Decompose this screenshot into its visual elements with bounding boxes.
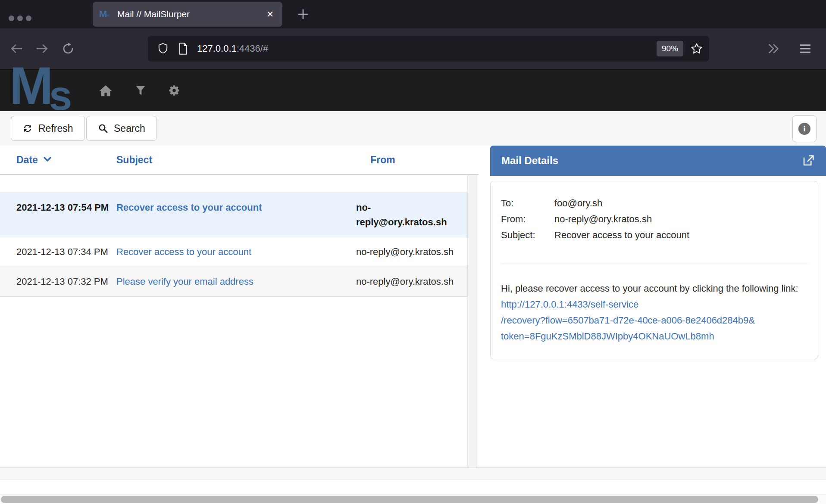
search-button[interactable]: Search: [86, 116, 157, 141]
url-bar[interactable]: 127.0.0.1:4436/# 90%: [148, 36, 709, 62]
card-divider: [501, 264, 807, 264]
mail-details-header: Mail Details: [490, 146, 826, 176]
browser-tab[interactable]: Ms Mail // MailSlurper ✕: [93, 2, 282, 27]
cell-date: 2021-12-13 07:32 PM: [16, 274, 116, 289]
tab-close-icon[interactable]: ✕: [266, 9, 274, 19]
horizontal-scrollbar-track[interactable]: [0, 494, 826, 504]
home-icon[interactable]: [99, 84, 113, 97]
mailslurper-favicon-icon: Ms: [99, 9, 112, 20]
mail-body-text: Hi, please recover access to your accoun…: [501, 283, 798, 294]
logo-m: M: [9, 56, 52, 115]
forward-icon[interactable]: [35, 42, 49, 56]
search-icon: [98, 123, 108, 134]
window-control-dot[interactable]: [26, 16, 31, 21]
meta-from: From: no-reply@ory.kratos.sh: [501, 211, 807, 227]
refresh-button[interactable]: Refresh: [11, 116, 85, 141]
search-label: Search: [114, 123, 145, 134]
footer-strip-white: [0, 480, 826, 494]
new-tab-button[interactable]: [296, 7, 310, 22]
meta-to: To: foo@ory.sh: [501, 195, 807, 211]
shield-icon[interactable]: [157, 42, 169, 55]
from-label: From:: [501, 211, 554, 227]
mail-body: Hi, please recover access to your accoun…: [501, 280, 805, 344]
mail-list-header: Date Subject From: [0, 146, 479, 175]
overflow-chevrons-icon[interactable]: [767, 43, 780, 54]
zoom-level-badge[interactable]: 90%: [657, 41, 683, 56]
column-header-date[interactable]: Date: [16, 154, 116, 166]
mail-details-card: To: foo@ory.sh From: no-reply@ory.kratos…: [490, 181, 818, 359]
back-icon[interactable]: [9, 42, 23, 56]
mail-details-panel: Mail Details To: foo@ory.sh From: no-rep…: [479, 146, 826, 467]
mail-rows: 2021-12-13 07:54 PM Recover access to yo…: [0, 193, 467, 297]
window-control-dot[interactable]: [17, 16, 23, 21]
sort-desc-chevron-icon: [43, 156, 52, 163]
cell-date: 2021-12-13 07:54 PM: [16, 200, 116, 230]
mail-subject-link[interactable]: Recover access to your account: [116, 202, 262, 213]
settings-gear-icon[interactable]: [168, 84, 181, 97]
table-row[interactable]: 2021-12-13 07:34 PM Recover access to yo…: [0, 237, 467, 267]
meta-subject: Subject: Recover access to your account: [501, 227, 807, 243]
window-controls[interactable]: [9, 16, 31, 21]
cell-from: no-reply@ory.kratos.sh: [356, 274, 456, 289]
list-scrollbar-track[interactable]: [467, 175, 477, 467]
from-value: no-reply@ory.kratos.sh: [554, 211, 652, 227]
info-icon: i: [798, 123, 810, 135]
subject-label: Subject:: [501, 227, 554, 243]
app-toolbar: Refresh Search i: [0, 111, 826, 146]
screen: Ms Mail // MailSlurper ✕ 127.0.0.1:4436/…: [0, 0, 826, 504]
reload-icon[interactable]: [61, 42, 75, 56]
bookmark-star-icon[interactable]: [690, 42, 703, 55]
to-value: foo@ory.sh: [554, 195, 602, 211]
mail-list-panel: Date Subject From 2021-12-13 07:54 PM Re…: [0, 146, 479, 467]
mail-subject-link[interactable]: Please verify your email address: [116, 276, 253, 287]
tab-title: Mail // MailSlurper: [117, 9, 261, 19]
filter-icon[interactable]: [135, 84, 146, 96]
mail-details-title: Mail Details: [501, 155, 802, 167]
page-info-icon[interactable]: [178, 42, 188, 55]
subject-value: Recover access to your account: [554, 227, 689, 243]
mailslurper-logo: Ms: [9, 65, 72, 116]
browser-tab-bar: Ms Mail // MailSlurper ✕: [0, 0, 826, 28]
table-row[interactable]: 2021-12-13 07:32 PM Please verify your e…: [0, 267, 467, 297]
mailslurper-header: Ms: [0, 69, 826, 111]
cell-subject: Recover access to your account: [116, 200, 356, 230]
table-row[interactable]: 2021-12-13 07:54 PM Recover access to yo…: [0, 193, 467, 237]
window-control-dot[interactable]: [9, 16, 14, 21]
horizontal-scrollbar-thumb[interactable]: [1, 496, 818, 503]
column-header-from[interactable]: From: [356, 154, 479, 166]
recovery-link[interactable]: http://127.0.0.1:4433/self-service/recov…: [501, 299, 805, 344]
browser-nav-bar: 127.0.0.1:4436/# 90%: [0, 28, 826, 69]
refresh-label: Refresh: [38, 123, 73, 134]
mail-subject-link[interactable]: Recover access to your account: [116, 246, 251, 257]
cell-subject: Recover access to your account: [116, 245, 356, 259]
url-text[interactable]: 127.0.0.1:4436/#: [197, 43, 657, 54]
url-path: :4436/#: [237, 43, 268, 54]
cell-from: no-reply@ory.kratos.sh: [356, 245, 456, 259]
info-button[interactable]: i: [792, 115, 817, 142]
footer-strip: [0, 467, 826, 479]
to-label: To:: [501, 195, 554, 211]
main-content: Date Subject From 2021-12-13 07:54 PM Re…: [0, 146, 826, 467]
open-external-icon[interactable]: [802, 154, 815, 167]
cell-date: 2021-12-13 07:34 PM: [16, 245, 116, 259]
url-host: 127.0.0.1: [197, 43, 237, 54]
cell-subject: Please verify your email address: [116, 274, 356, 289]
refresh-icon: [22, 123, 33, 134]
column-header-subject[interactable]: Subject: [116, 154, 356, 166]
cell-from: no-reply@ory.kratos.sh: [356, 200, 456, 230]
menu-hamburger-icon[interactable]: [798, 43, 812, 54]
